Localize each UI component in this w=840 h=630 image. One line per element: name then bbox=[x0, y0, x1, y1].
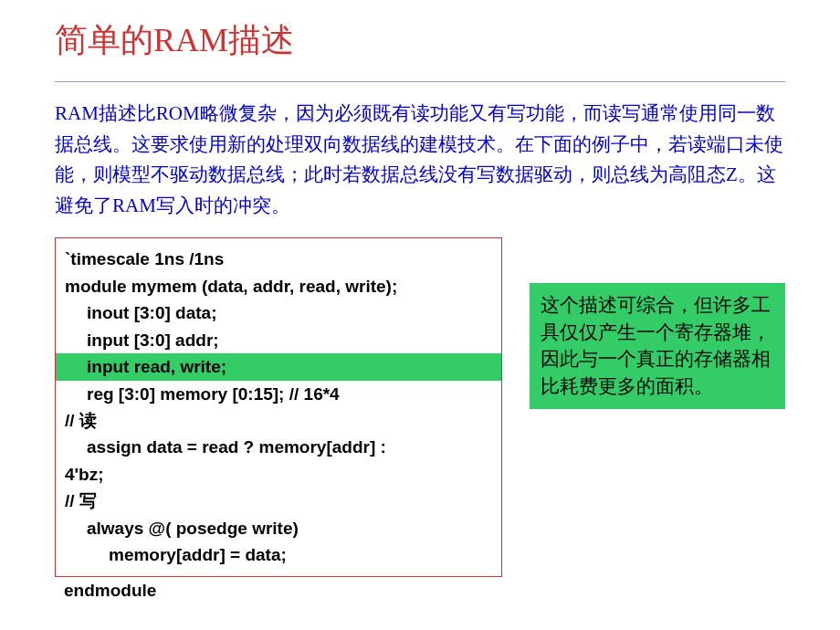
code-line: always @( posedge write) bbox=[65, 515, 492, 541]
code-line: `timescale 1ns /1ns bbox=[65, 246, 492, 272]
note-box: 这个描述可综合，但许多工具仅仅产生一个寄存器堆，因此与一个真正的存储器相比耗费更… bbox=[530, 283, 785, 409]
code-line-comment: // 写 bbox=[65, 488, 492, 514]
code-column: `timescale 1ns /1ns module mymem (data, … bbox=[55, 237, 502, 600]
code-line: memory[addr] = data; bbox=[65, 541, 492, 568]
code-line: reg [3:0] memory [0:15]; // 16*4 bbox=[65, 381, 492, 407]
code-line: module mymem (data, addr, read, write); bbox=[65, 273, 492, 299]
title-divider bbox=[55, 81, 785, 82]
code-line: 4'bz; bbox=[65, 461, 492, 488]
code-endmodule: endmodule bbox=[55, 581, 502, 601]
slide-title: 简单的RAM描述 bbox=[55, 18, 785, 63]
code-line-comment: // 读 bbox=[65, 407, 492, 434]
code-block: `timescale 1ns /1ns module mymem (data, … bbox=[55, 237, 502, 576]
code-line: input [3:0] addr; bbox=[65, 327, 492, 353]
code-line-highlight: input read, write; bbox=[56, 353, 501, 380]
description-text: RAM描述比ROM略微复杂，因为必须既有读功能又有写功能，而读写通常使用同一数据… bbox=[55, 99, 785, 221]
content-row: `timescale 1ns /1ns module mymem (data, … bbox=[55, 237, 785, 600]
code-line: inout [3:0] data; bbox=[65, 299, 492, 326]
code-line: assign data = read ? memory[addr] : bbox=[65, 434, 492, 460]
